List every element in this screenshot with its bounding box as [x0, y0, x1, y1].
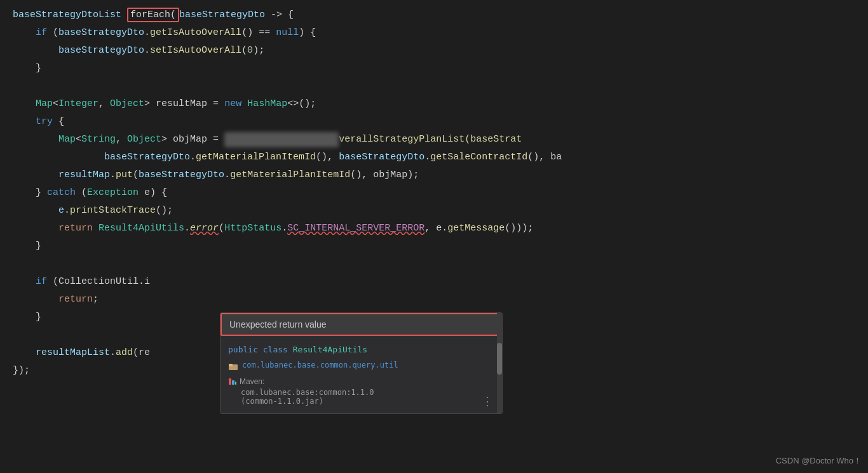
scrollbar-thumb[interactable]: [497, 343, 502, 375]
maven-value-container: com.lubanec.base:common:1.1.0: [228, 388, 494, 397]
code-token: e: [58, 205, 64, 216]
scrollbar-track[interactable]: [497, 313, 502, 413]
code-token: .: [184, 223, 190, 234]
code-token: add: [116, 347, 133, 358]
code-token: [93, 223, 98, 234]
code-token: [13, 294, 58, 305]
code-line-9: baseStrategyDto.getMaterialPlanItemId(),…: [0, 149, 868, 166]
code-token: -> {: [265, 10, 294, 20]
code-token: catch: [47, 187, 76, 198]
code-token: Object: [127, 134, 161, 145]
tooltip-location: com.lubanec.base.common.query.util: [220, 358, 502, 375]
code-token: [13, 134, 58, 145]
code-token: ;: [93, 294, 98, 305]
code-line-17: return;: [0, 291, 868, 309]
code-token: (: [47, 27, 58, 38]
code-token: Map: [58, 134, 76, 145]
maven-icon: Maven:: [228, 377, 264, 386]
code-token: return: [58, 294, 93, 305]
code-token: .: [64, 205, 70, 216]
tooltip-class-declaration: public class Result4ApiUtils: [228, 345, 367, 354]
code-token: HttpStatus: [224, 223, 281, 234]
code-token: (), objMap);: [350, 170, 419, 180]
code-token: }: [13, 63, 41, 74]
code-token: > resultMap =: [144, 98, 224, 109]
code-token: <: [76, 134, 81, 145]
code-line-1: baseStrategyDtoList forEach(baseStrategy…: [0, 6, 868, 24]
code-token: new: [224, 98, 241, 109]
code-token: (: [133, 170, 139, 180]
code-token: Integer: [58, 98, 98, 109]
tooltip-class-item: public class Result4ApiUtils: [220, 341, 502, 358]
code-token: [13, 170, 58, 180]
code-token: Map: [36, 98, 53, 109]
code-line-8: Map<String, Object> objMap = ███████████…: [0, 131, 868, 149]
code-token: [13, 27, 36, 38]
code-line-7: try {: [0, 113, 868, 131]
code-token: if: [36, 27, 47, 38]
blurred-code: ████████████████████: [224, 132, 339, 147]
code-line-15: [0, 255, 868, 273]
code-line-5: [0, 77, 868, 95]
code-token: getMaterialPlanItemId: [230, 170, 350, 180]
code-token: {: [53, 116, 64, 127]
code-line-6: Map<Integer, Object> resultMap = new Has…: [0, 95, 868, 113]
code-token: .: [110, 347, 116, 358]
tooltip-header: Unexpected return value: [220, 313, 502, 336]
code-token: .: [144, 45, 150, 56]
code-token: <: [53, 98, 58, 109]
svg-rect-4: [235, 382, 236, 385]
code-token: (: [241, 45, 247, 56]
code-line-4: }: [0, 60, 868, 77]
code-token: getMessage: [447, 223, 505, 234]
svg-rect-3: [232, 380, 234, 385]
code-token: baseStrategyDtoList: [13, 10, 127, 20]
code-token: ()));: [505, 223, 533, 234]
code-token: baseStrategyDto: [104, 152, 190, 163]
code-token: HashMap: [247, 98, 287, 109]
code-token: baseStrategyDto: [179, 10, 265, 20]
code-token: () ==: [241, 27, 276, 38]
code-token: resultMapList: [13, 347, 110, 358]
maven-label: Maven:: [240, 377, 264, 386]
folder-icon: [228, 362, 238, 372]
tooltip-popup: Unexpected return value public class Res…: [220, 312, 503, 414]
tooltip-package-path: com.lubanec.base.common.query.util: [242, 361, 398, 370]
code-token: Result4ApiUtils: [98, 223, 184, 234]
code-token: Exception: [87, 187, 139, 198]
code-line-11: } catch (Exception e) {: [0, 184, 868, 202]
code-token: (),: [316, 152, 339, 163]
code-token: [13, 98, 36, 109]
code-token: resultMap: [58, 170, 110, 180]
maven-sub-container: (common-1.1.0.jar): [228, 397, 494, 406]
code-token: (re: [133, 347, 150, 358]
class-name: Result4ApiUtils: [293, 345, 367, 354]
code-token: 0: [247, 45, 253, 56]
class-keyword: public class: [228, 345, 293, 354]
code-token: });: [13, 365, 30, 376]
more-options-icon[interactable]: ⋮: [482, 394, 493, 408]
code-token: baseStrategyDto: [58, 27, 144, 38]
code-token: .: [190, 152, 196, 163]
code-token: .: [110, 170, 116, 180]
code-token: ,: [98, 98, 110, 109]
code-token: verallStrategyPlanList(baseStrat: [339, 134, 522, 145]
code-token: > objMap =: [161, 134, 224, 145]
code-token: e) {: [139, 187, 167, 198]
tooltip-body: public class Result4ApiUtils com.lubanec…: [220, 336, 502, 413]
code-token: [13, 223, 58, 234]
maven-value: com.lubanec.base:common:1.1.0: [241, 388, 374, 397]
maven-sub: (common-1.1.0.jar): [241, 397, 323, 406]
foreach-highlight: forEach(: [127, 8, 179, 22]
code-token: (), ba: [527, 152, 562, 163]
code-token: baseStrategyDto: [339, 152, 424, 163]
code-token: }: [13, 312, 41, 323]
code-token: baseStrategyDto: [13, 45, 144, 56]
svg-rect-1: [229, 364, 233, 366]
code-token: .: [424, 152, 430, 163]
code-token: setIsAutoOverAll: [150, 45, 241, 56]
code-token: baseStrategyDto: [139, 170, 224, 180]
code-token: String: [81, 134, 116, 145]
code-token: put: [116, 170, 133, 180]
code-token: (: [76, 187, 87, 198]
